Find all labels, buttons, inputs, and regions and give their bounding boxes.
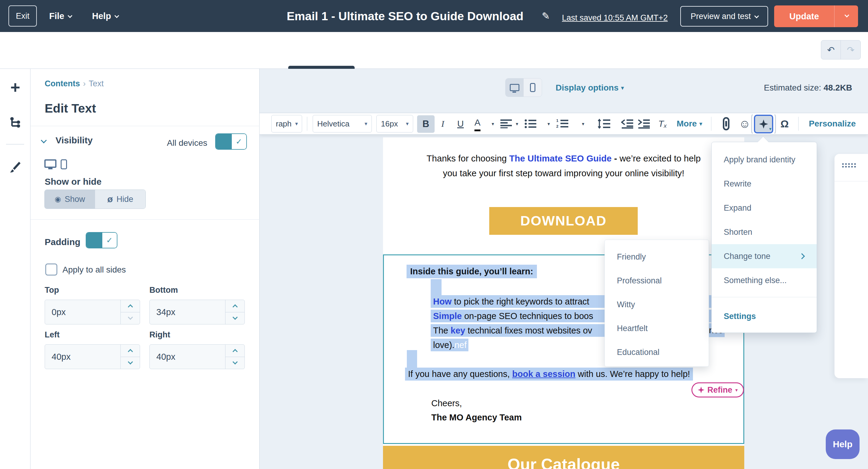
help-menu[interactable]: Help xyxy=(92,0,118,32)
bullet-list-caret-icon[interactable]: ▾ xyxy=(548,113,550,134)
exit-button[interactable]: Exit xyxy=(8,5,37,27)
stepper-up[interactable] xyxy=(225,345,245,357)
tone-option-witty[interactable]: Witty xyxy=(605,293,709,317)
padding-top-value[interactable]: 0px xyxy=(45,300,120,324)
align-caret-icon[interactable]: ▾ xyxy=(516,113,518,134)
bullet-list-button[interactable] xyxy=(525,113,537,134)
site-tree-icon[interactable] xyxy=(0,117,30,129)
brush-icon[interactable] xyxy=(0,159,30,173)
caret-down-icon: ▾ xyxy=(699,120,702,127)
tone-option-educational[interactable]: Educational xyxy=(605,340,709,364)
show-button[interactable]: ◉ Show xyxy=(45,190,95,209)
ai-menu-rewrite[interactable]: Rewrite xyxy=(712,172,817,196)
laptop-icon[interactable] xyxy=(835,274,868,284)
breadcrumb-contents-link[interactable]: Contents xyxy=(45,79,80,88)
comments-icon[interactable] xyxy=(835,234,868,245)
preview-and-test-button[interactable]: Preview and test xyxy=(680,6,768,27)
align-button[interactable] xyxy=(500,113,512,134)
line-spacing-button[interactable] xyxy=(597,113,610,134)
font-color-button[interactable]: A xyxy=(474,116,480,131)
outdent-button[interactable] xyxy=(621,113,633,134)
redo-icon[interactable]: ↷ xyxy=(841,40,861,59)
more-dropdown[interactable]: More▾ xyxy=(677,113,702,134)
link-icon[interactable] xyxy=(723,113,730,134)
padding-left-value[interactable]: 40px xyxy=(45,345,120,369)
email-footer-section[interactable]: Our Catalogue xyxy=(383,446,744,469)
signoff-text[interactable]: Cheers, xyxy=(431,398,462,408)
emoji-icon[interactable]: ☺ xyxy=(739,113,751,134)
book-a-session-link[interactable]: book a session xyxy=(512,369,576,379)
ai-menu-something-else[interactable]: Something else... xyxy=(712,268,817,292)
apply-all-sides-checkbox[interactable] xyxy=(45,263,57,276)
chevron-right-icon xyxy=(799,253,805,259)
font-family-dropdown[interactable]: Helvetica▾ xyxy=(313,115,372,132)
ai-menu-change-tone[interactable]: Change tone xyxy=(712,244,817,268)
calendar-icon[interactable] xyxy=(835,312,868,323)
clear-formatting-x: x xyxy=(664,123,667,129)
numbered-list-caret-icon[interactable]: ▾ xyxy=(582,113,584,134)
personalize-button[interactable]: Personalize xyxy=(809,113,856,134)
italic-button[interactable]: I xyxy=(441,113,444,134)
underline-button[interactable]: U xyxy=(457,113,464,134)
ai-assistant-menu: Apply brand identity Rewrite Expand Shor… xyxy=(711,142,817,333)
menu-divider xyxy=(712,297,817,297)
clear-formatting-button[interactable]: Tx xyxy=(658,113,667,134)
padding-bottom-value[interactable]: 34px xyxy=(150,300,225,324)
ai-menu-settings[interactable]: Settings xyxy=(712,304,817,329)
stepper-down[interactable] xyxy=(121,357,140,369)
signature-text[interactable]: The MO Agency Team xyxy=(431,412,522,423)
help-floating-button[interactable]: Help xyxy=(826,430,860,459)
breadcrumb: Contents›Text xyxy=(45,79,104,88)
top-bar: Exit File Help Email 1 - Ultimate SEO to… xyxy=(0,0,868,32)
mobile-preview-button[interactable] xyxy=(524,79,542,97)
padding-right-value[interactable]: 40px xyxy=(150,345,225,369)
ai-assistant-button[interactable]: ▾ xyxy=(754,115,773,133)
font-size-dropdown[interactable]: 16px▾ xyxy=(376,115,413,132)
undo-icon[interactable]: ↶ xyxy=(821,40,841,59)
bullet2-rest: on-page SEO techniques to boos xyxy=(462,311,593,321)
update-dropdown-button[interactable] xyxy=(835,5,858,27)
caret-down-icon: ▾ xyxy=(621,84,624,91)
update-button[interactable]: Update xyxy=(774,5,835,27)
ai-menu-apply-brand-identity[interactable]: Apply brand identity xyxy=(712,148,817,172)
special-characters-button[interactable]: Ω xyxy=(780,113,788,134)
ai-menu-shorten[interactable]: Shorten xyxy=(712,220,817,244)
guide-learn-heading[interactable]: Inside this guide, you’ll learn: xyxy=(406,265,537,278)
tone-option-heartfelt[interactable]: Heartfelt xyxy=(605,317,709,340)
stepper-down[interactable] xyxy=(121,312,140,324)
tone-option-friendly[interactable]: Friendly xyxy=(605,245,709,269)
visibility-section-title: Visibility xyxy=(56,135,93,146)
email-intro-paragraph[interactable]: Thanks for choosing The Ultimate SEO Gui… xyxy=(383,151,744,181)
stepper-up[interactable] xyxy=(225,300,245,312)
bullet-line-4[interactable]: love).nef xyxy=(431,339,468,351)
download-button[interactable]: DOWNLOAD xyxy=(489,207,638,235)
padding-toggle[interactable]: ✓ xyxy=(86,232,117,248)
badge-check-icon[interactable] xyxy=(835,350,868,362)
font-color-caret-icon[interactable]: ▾ xyxy=(492,113,494,134)
stepper-up[interactable] xyxy=(121,300,140,312)
ai-menu-expand[interactable]: Expand xyxy=(712,196,817,220)
device-preview-toggle xyxy=(505,78,542,97)
paragraph-style-dropdown[interactable]: raph▾ xyxy=(271,115,302,132)
tone-option-professional[interactable]: Professional xyxy=(605,269,709,293)
bold-button[interactable]: B xyxy=(417,115,435,133)
stepper-down[interactable] xyxy=(225,357,245,369)
file-menu[interactable]: File xyxy=(49,0,71,32)
numbered-list-button[interactable]: 12 xyxy=(556,113,568,134)
stepper-down[interactable] xyxy=(225,312,245,324)
desktop-preview-button[interactable] xyxy=(505,79,524,97)
all-devices-toggle[interactable]: ✓ xyxy=(215,133,247,150)
refine-button[interactable]: Refine ▾ xyxy=(691,382,744,398)
bullet1-lead: How xyxy=(433,297,452,306)
hide-button[interactable]: ø Hide xyxy=(95,190,146,209)
edit-title-pencil-icon[interactable]: ✎ xyxy=(542,10,550,22)
ai-sparkle-icon[interactable] xyxy=(835,195,868,207)
display-options-dropdown[interactable]: Display options▾ xyxy=(556,83,624,93)
add-content-icon[interactable]: + xyxy=(0,77,30,97)
drag-handle-dots-icon[interactable] xyxy=(841,162,856,167)
padding-top-input: 0px xyxy=(45,300,140,324)
last-saved-link[interactable]: Last saved 10:55 AM GMT+2 xyxy=(562,13,668,23)
questions-line[interactable]: If you have any questions, book a sessio… xyxy=(405,368,693,381)
indent-button[interactable] xyxy=(638,113,650,134)
stepper-up[interactable] xyxy=(121,345,140,357)
